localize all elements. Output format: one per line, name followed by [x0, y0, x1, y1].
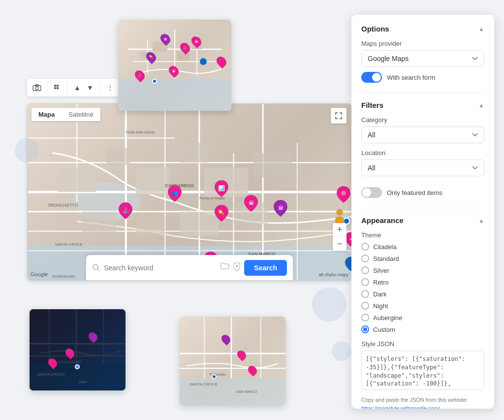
editor-toolbar: ▲ ▼ ⋮: [27, 79, 120, 97]
pin-icon[interactable]: [233, 262, 240, 273]
svg-point-50: [337, 209, 343, 215]
filters-title: Filters: [361, 101, 383, 109]
svg-text:DORSODURO: DORSODURO: [53, 275, 76, 278]
divider-1: [361, 93, 484, 93]
svg-rect-35: [180, 143, 209, 163]
marker-building: 🏛: [274, 200, 287, 219]
category-select[interactable]: All: [361, 127, 484, 143]
location-label: Location: [361, 149, 484, 157]
camera-icon[interactable]: [32, 83, 42, 93]
svg-text:⚓: ⚓: [122, 206, 129, 214]
mapstyle-link[interactable]: https://mapstyle.withgoogle.com/: [361, 405, 440, 409]
silver-radio-circle: [361, 266, 369, 274]
chevron-up-icon[interactable]: ▲: [72, 83, 82, 93]
google-logo: Google: [31, 271, 48, 277]
svg-text:SANTA CROCE: SANTA CROCE: [189, 382, 218, 387]
map-type-switcher: Mapa Satelitné: [32, 108, 100, 121]
filters-collapse-icon[interactable]: ▲: [478, 102, 484, 109]
svg-text:👥: 👥: [171, 190, 178, 196]
zoom-controls: + −: [333, 223, 346, 251]
maps-provider-select[interactable]: Google Maps: [361, 50, 484, 67]
appearance-section-header: Appearance ▲: [361, 216, 484, 225]
style-json-textarea[interactable]: [{"stylers": [{"saturation": -35}]},{"fe…: [361, 351, 484, 390]
location-select[interactable]: All: [361, 160, 484, 176]
custom-label: Custom: [373, 326, 395, 333]
svg-line-60: [97, 269, 99, 271]
grid-icon[interactable]: [52, 83, 62, 93]
chevron-down-icon[interactable]: ▼: [85, 83, 95, 93]
appearance-section: Appearance ▲ Theme Citadela Standard Sil…: [361, 216, 484, 409]
options-section: Options ▲ Maps provider Google Maps With…: [361, 25, 484, 83]
standard-label: Standard: [373, 255, 399, 262]
custom-radio-dot: [363, 327, 367, 331]
maps-provider-label: Maps provider: [361, 40, 484, 47]
more-icon[interactable]: ⋮: [105, 83, 115, 93]
dark-label: Dark: [373, 291, 386, 298]
toolbar-more-group: ⋮: [100, 79, 120, 97]
toolbar-grid-group: [47, 79, 67, 97]
options-collapse-icon[interactable]: ▲: [478, 26, 484, 32]
search-button[interactable]: Search: [244, 260, 287, 276]
marker-chart: 📊: [215, 180, 228, 199]
filters-section-header: Filters ▲: [361, 101, 484, 109]
theme-aubergine[interactable]: Aubergine: [361, 314, 484, 322]
svg-text:SANTA CROCE: SANTA CROCE: [55, 242, 83, 247]
theme-night[interactable]: Night: [361, 302, 484, 310]
svg-text:SANTA CROCE: SANTA CROCE: [37, 372, 65, 377]
toolbar-camera-group: [27, 79, 47, 97]
map-preview-dark: SANTA CROCE SAN DORSODURO: [30, 309, 126, 390]
map-attribution: alt chybu mapy: [318, 272, 348, 277]
featured-label: Only featured items: [387, 189, 442, 196]
svg-rect-34: [136, 167, 170, 194]
theme-silver[interactable]: Silver: [361, 266, 484, 274]
silver-label: Silver: [373, 267, 389, 274]
svg-point-59: [93, 264, 98, 269]
svg-rect-33: [106, 148, 131, 165]
svg-text:📊: 📊: [218, 185, 225, 192]
options-title: Options: [361, 25, 389, 33]
folder-icon[interactable]: [220, 262, 229, 273]
theme-radio-group: Citadela Standard Silver Retro Dark Nigh…: [361, 243, 484, 333]
theme-citadela[interactable]: Citadela: [361, 243, 484, 251]
svg-rect-4: [57, 85, 59, 87]
svg-rect-3: [54, 85, 56, 87]
map-preview-light-1: 🏛 ⚓ 🏛 💊 🏛 ⚓: [118, 20, 231, 111]
json-hint: Copy and paste the JSON from this websit…: [361, 396, 484, 409]
marker-people: 👥: [168, 185, 182, 204]
map-type-satelitne-button[interactable]: Satelitné: [62, 108, 100, 121]
zoom-out-button[interactable]: −: [333, 237, 346, 251]
dark-radio-circle: [361, 290, 369, 298]
svg-rect-6: [57, 87, 59, 89]
main-map: TRONCHETTO SANTA CROCE CANNAREGO SAN MAR…: [27, 103, 352, 281]
theme-custom[interactable]: Custom: [361, 325, 484, 333]
marker-blue-bottom: [345, 257, 352, 273]
custom-radio-circle: [361, 325, 369, 333]
svg-point-1: [35, 87, 38, 90]
svg-rect-7: [118, 79, 231, 111]
search-keyword-input[interactable]: [104, 264, 217, 272]
map-search-bar: Search: [86, 255, 293, 281]
svg-text:🏛: 🏛: [249, 200, 254, 206]
theme-standard[interactable]: Standard: [361, 255, 484, 262]
theme-label: Theme: [361, 231, 484, 239]
map-type-mapa-button[interactable]: Mapa: [32, 108, 62, 121]
zoom-in-button[interactable]: +: [333, 223, 346, 237]
toolbar-chevron-group: ▲ ▼: [67, 79, 100, 97]
fullscreen-button[interactable]: [331, 108, 346, 124]
theme-retro[interactable]: Retro: [361, 278, 484, 286]
appearance-collapse-icon[interactable]: ▲: [478, 217, 484, 224]
featured-toggle[interactable]: [361, 187, 382, 198]
aubergine-label: Aubergine: [373, 314, 402, 322]
search-form-toggle[interactable]: [361, 72, 382, 83]
search-form-label: With search form: [387, 74, 435, 81]
featured-toggle-row: Only featured items: [361, 187, 484, 198]
category-label: Category: [361, 116, 484, 124]
theme-dark[interactable]: Dark: [361, 290, 484, 298]
marker-museum1: 🏛: [244, 195, 258, 214]
svg-rect-39: [180, 212, 219, 236]
night-label: Night: [373, 302, 388, 310]
options-panel: Options ▲ Maps provider Google Maps With…: [351, 15, 494, 409]
svg-rect-32: [58, 167, 97, 192]
style-json-label: Style JSON: [361, 340, 484, 348]
svg-rect-41: [82, 212, 116, 234]
